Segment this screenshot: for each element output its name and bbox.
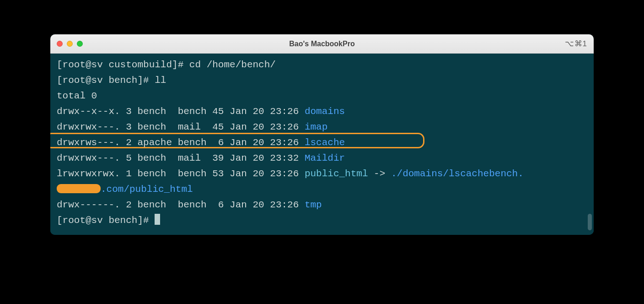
prompt-line: [root@sv bench]# [57,213,587,228]
ls-row: drwxrws---. 2 apache bench 6 Jan 20 23:2… [57,135,587,151]
file-meta: drwxrwx---. 5 bench mail 39 Jan 20 23:32 [57,153,305,163]
ls-row: drwxrwx---. 5 bench mail 39 Jan 20 23:32… [57,151,587,166]
prompt-text: [root@sv bench]# [57,75,155,86]
prompt-text: [root@sv custombuild]# [57,60,189,70]
ls-row: drwxrwx---. 3 bench mail 45 Jan 20 23:26… [57,119,587,135]
dir-name: domains [305,106,345,117]
close-icon[interactable] [57,41,63,47]
file-meta: drwxrwx---. 3 bench mail 45 Jan 20 23:26 [57,122,305,132]
titlebar: Bao's MacbookPro ⌥⌘1 [50,34,594,54]
dir-name: tmp [305,200,322,210]
dir-name: lscache [305,137,345,148]
scrollbar-thumb[interactable] [588,214,592,230]
terminal-window: Bao's MacbookPro ⌥⌘1 [root@sv custombuil… [50,34,594,235]
dir-name: Maildir [305,153,345,163]
file-meta: drwx--x--x. 3 bench bench 45 Jan 20 23:2… [57,106,305,117]
ls-row: drwx------. 2 bench bench 6 Jan 20 23:26… [57,197,587,213]
link-name: public_html [305,168,368,179]
prompt-line: [root@sv bench]# ll [57,73,587,88]
zoom-icon[interactable] [77,41,83,47]
cursor [155,214,160,225]
ls-row: drwx--x--x. 3 bench bench 45 Jan 20 23:2… [57,104,587,119]
keyboard-shortcut-label: ⌥⌘1 [565,39,587,49]
terminal-body[interactable]: [root@sv custombuild]# cd /home/bench/ [… [50,54,594,235]
cmd-text: ll [155,75,166,86]
prompt-text: [root@sv bench]# [57,215,155,226]
file-meta: lrwxrwxrwx. 1 bench bench 53 Jan 20 23:2… [57,168,305,179]
file-meta: drwx------. 2 bench bench 6 Jan 20 23:26 [57,200,305,210]
arrow: -> [368,168,391,179]
output-line: total 0 [57,88,587,104]
minimize-icon[interactable] [67,41,73,47]
file-meta: drwxrws---. 2 apache bench 6 Jan 20 23:2… [57,137,305,148]
redacted-block [57,184,101,193]
prompt-line: [root@sv custombuild]# cd /home/bench/ [57,57,587,73]
ls-row-symlink-cont: .com/public_html [57,182,587,197]
cmd-text: cd /home/bench/ [189,60,276,70]
ls-row-symlink: lrwxrwxrwx. 1 bench bench 53 Jan 20 23:2… [57,166,587,182]
dir-name: imap [305,122,327,132]
link-target: ./domains/lscachebench. [391,168,524,179]
window-title: Bao's MacbookPro [50,40,594,48]
traffic-lights [57,41,83,47]
link-target-cont: .com/public_html [101,184,193,195]
